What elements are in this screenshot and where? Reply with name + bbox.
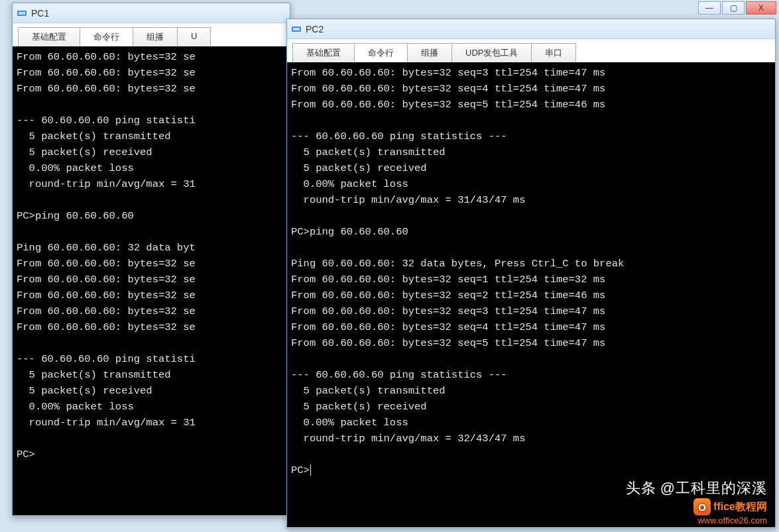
window-title: PC2 <box>306 24 771 34</box>
maximize-button[interactable]: ▢ <box>722 1 745 15</box>
svg-rect-1 <box>19 12 25 15</box>
watermark-site: ffice教程网 <box>713 500 767 514</box>
tab-0[interactable]: 基础配置 <box>292 43 355 62</box>
tabs-pc1: 基础配置命令行组播U <box>13 23 290 46</box>
watermark-author: @工科里的深溪 <box>660 478 767 498</box>
terminal-pc1[interactable]: From 60.60.60.60: bytes=32 se From 60.60… <box>13 46 290 515</box>
tabs-pc2: 基础配置命令行组播UDP发包工具串口 <box>287 39 775 62</box>
text-cursor <box>310 464 311 476</box>
tab-0[interactable]: 基础配置 <box>18 27 80 46</box>
app-icon <box>17 8 27 19</box>
watermark: 头条 @工科里的深溪 O ffice教程网 www.office26.com <box>626 478 767 525</box>
tab-2[interactable]: 组播 <box>407 43 452 62</box>
watermark-badge-icon: O <box>693 498 711 515</box>
titlebar-pc2[interactable]: PC2 <box>287 19 775 39</box>
watermark-url: www.office26.com <box>626 515 767 525</box>
window-pc1: PC1 基础配置命令行组播U From 60.60.60.60: bytes=3… <box>12 3 290 517</box>
titlebar-pc1[interactable]: PC1 <box>13 3 290 23</box>
minimize-button[interactable]: — <box>698 1 721 15</box>
window-controls: — ▢ X <box>698 1 776 15</box>
window-pc2: PC2 基础配置命令行组播UDP发包工具串口 From 60.60.60.60:… <box>286 19 776 529</box>
tab-4[interactable]: 串口 <box>531 43 576 62</box>
svg-rect-3 <box>293 28 300 30</box>
tab-2[interactable]: 组播 <box>133 27 178 46</box>
close-button[interactable]: X <box>746 1 776 15</box>
app-icon <box>291 24 302 34</box>
tab-1[interactable]: 命令行 <box>354 43 408 62</box>
tab-3[interactable]: U <box>177 27 211 46</box>
tab-3[interactable]: UDP发包工具 <box>451 43 532 62</box>
window-title: PC1 <box>31 8 286 19</box>
watermark-prefix: 头条 <box>626 478 656 498</box>
terminal-pc2[interactable]: From 60.60.60.60: bytes=32 seq=3 ttl=254… <box>287 62 775 527</box>
tab-1[interactable]: 命令行 <box>80 27 133 46</box>
